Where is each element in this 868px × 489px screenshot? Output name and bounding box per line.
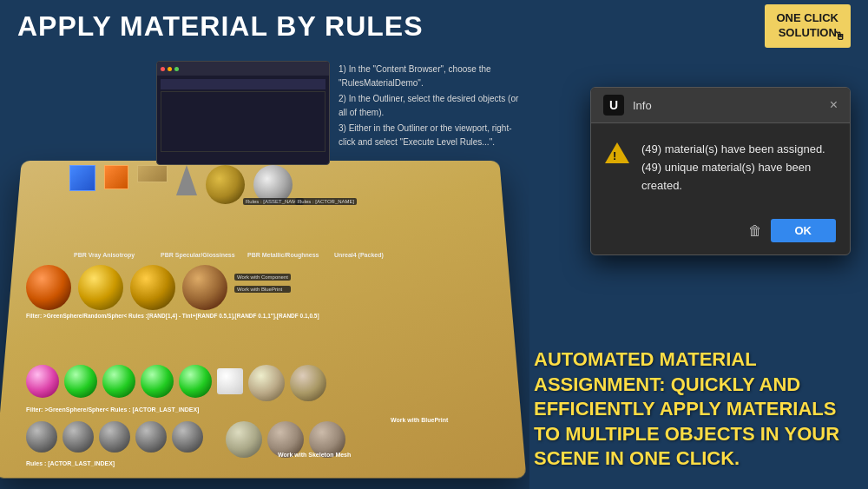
sphere-green-2 [102, 365, 135, 398]
trash-icon: 🗑 [748, 223, 762, 239]
sphere-bronze-drum [182, 265, 227, 310]
browser-bar [157, 62, 329, 76]
dialog-close-button[interactable]: × [830, 98, 838, 112]
instructions-panel: 1) In the "Content Browser", choose the … [339, 63, 521, 151]
browser-dot-red [161, 67, 165, 71]
col-header-1: PBR Specular/Glossiness [161, 252, 235, 258]
promo-text: AUTOMATED MATERIAL ASSIGNMENT: QUICKLY A… [534, 347, 855, 472]
sphere-gray-1 [26, 421, 57, 453]
row2-spheres [26, 365, 326, 401]
sphere-copper-vase [26, 265, 71, 310]
badge-line2: SOLUTION [777, 26, 839, 41]
skeleton-mesh-label: Work with Skeleton Mesh [278, 452, 351, 458]
label-actor-name: Rules : [ACTOR_NAME] [295, 198, 357, 205]
browser-content [157, 76, 329, 155]
badge-line1: ONE CLICK [777, 11, 839, 26]
sphere-component [248, 365, 285, 401]
work-labels: Work with Component Work with BluePrint [234, 274, 291, 310]
main-area: 1) In the "Content Browser", choose the … [0, 52, 868, 489]
cone-shape [176, 165, 197, 195]
promo-paragraph: AUTOMATED MATERIAL ASSIGNMENT: QUICKLY A… [534, 347, 855, 472]
col-header-3: Unreal4 (Packed) [334, 252, 384, 258]
col-header-2: PBR Metallic/Roughness [247, 252, 319, 258]
col-header-0: PBR Vray Anisotropy [74, 252, 135, 258]
blue-cube [69, 165, 95, 191]
sphere-blueprint [290, 365, 326, 401]
cursor-icon: 🖱 [834, 30, 845, 44]
sphere-pink [26, 365, 59, 398]
sphere-gray-4 [135, 421, 167, 453]
white-box [217, 368, 243, 394]
tan-shape [137, 165, 168, 182]
dialog-titlebar-left: U Info [603, 95, 652, 116]
warning-icon-container [605, 142, 629, 163]
sphere-green-1 [64, 365, 97, 398]
filter-label-0: Filter: >GreenSphere/Random/Spher< Rules… [26, 313, 319, 319]
sphere-green-4 [179, 365, 212, 398]
info-dialog: U Info × (49) material(s) have been assi… [590, 87, 851, 255]
row1-spheres: Work with Component Work with BluePrint [26, 265, 291, 310]
dialog-message: (49) material(s) have been assigned. (49… [641, 141, 836, 195]
browser-dot-green [174, 67, 179, 71]
dialog-msg-line1: (49) material(s) have been assigned. [641, 141, 836, 159]
rules-label: Rules : [ACTOR_LAST_INDEX] [26, 460, 115, 466]
orange-cube [104, 165, 128, 189]
dialog-body: (49) material(s) have been assigned. (49… [591, 123, 850, 212]
ue-logo: U [603, 95, 624, 116]
browser-mockup [156, 61, 330, 165]
scene-area: 1) In the "Content Browser", choose the … [0, 52, 529, 489]
label-work-component: Work with Component [234, 274, 291, 281]
dialog-title: Info [633, 99, 652, 112]
one-click-badge: ONE CLICK SOLUTION 🖱 [765, 4, 852, 48]
ok-button[interactable]: OK [771, 219, 837, 242]
pineapple-sphere [206, 165, 245, 204]
browser-dot-yellow [168, 67, 172, 71]
sphere-gold-bowl [78, 265, 123, 310]
work-blueprint-label: Work with BluePrint [391, 417, 448, 423]
sphere-green-3 [141, 365, 174, 398]
header: APPLY MATERIAL BY RULES ONE CLICK SOLUTI… [0, 0, 868, 52]
sphere-gold-2 [130, 265, 175, 310]
dialog-msg-line2: (49) unique material(s) have been create… [641, 159, 836, 195]
sphere-gray-3 [99, 421, 130, 453]
filter-label-1: Filter: >GreenSphere/Spher< Rules : [ACT… [26, 406, 199, 413]
label-work-blueprint: Work with BluePrint [234, 286, 291, 293]
warning-triangle-icon [605, 142, 629, 163]
sphere-gray-2 [62, 421, 94, 453]
sphere-skeleton [226, 421, 262, 458]
dialog-titlebar: U Info × [591, 88, 850, 123]
page-title: APPLY MATERIAL BY RULES [17, 10, 424, 43]
dialog-footer: 🗑 OK [591, 212, 850, 254]
sphere-gray-5 [172, 421, 203, 453]
instruction-step3: 3) Either in the Outliner or the viewpor… [339, 122, 521, 149]
instruction-step2: 2) In the Outliner, select the desired o… [339, 92, 521, 120]
instruction-step1: 1) In the "Content Browser", choose the … [339, 63, 521, 90]
